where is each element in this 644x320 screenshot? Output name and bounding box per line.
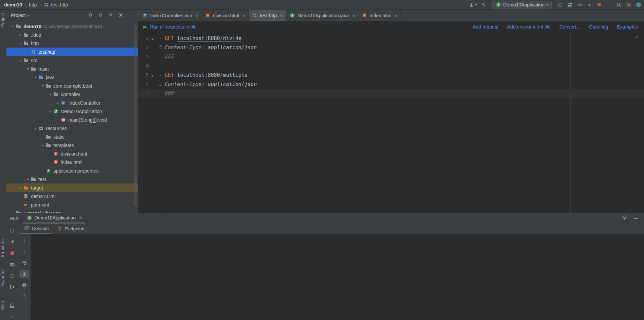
tree-item-demo10[interactable]: ▾demo10D:\JavaProjects\boot\demo10 — [6, 22, 138, 31]
editor-tab-index.html[interactable]: index.html× — [358, 10, 401, 21]
tree-toggle-icon[interactable]: ▸ — [10, 211, 16, 213]
tree-item-http[interactable]: ▾http — [6, 39, 138, 48]
layout-button[interactable] — [8, 302, 16, 309]
close-icon[interactable]: × — [196, 13, 198, 18]
run-configuration-selector[interactable]: Demo10Application▾ — [492, 1, 552, 8]
more-button[interactable]: » — [8, 314, 16, 320]
tree-toggle-icon[interactable]: ▾ — [40, 84, 46, 88]
link-add-environment-file[interactable]: Add environment file — [507, 24, 551, 30]
profiler-button[interactable] — [577, 2, 583, 7]
search-everywhere-button[interactable] — [616, 2, 622, 7]
settings-button[interactable] — [626, 2, 631, 7]
rerun-button[interactable] — [557, 2, 563, 7]
tree-item-test.http[interactable]: test.http — [6, 48, 138, 56]
code-editor[interactable]: 1▶▾GET localhost:8080/divide2Content-Typ… — [138, 32, 644, 213]
editor-tab-test.http[interactable]: test.http× — [249, 10, 286, 21]
trash-button[interactable] — [21, 292, 28, 300]
wrap-button[interactable] — [21, 259, 28, 266]
tree-toggle-icon[interactable]: ▾ — [48, 109, 53, 113]
close-icon[interactable]: × — [280, 13, 283, 18]
tree-item-external-libraries[interactable]: ▸External Libraries — [6, 209, 138, 213]
project-scrollbar[interactable] — [134, 24, 137, 206]
minus-button[interactable]: — — [633, 215, 639, 221]
console-output[interactable] — [31, 234, 644, 320]
tree-item-java[interactable]: ▾java — [6, 73, 138, 82]
close-icon[interactable]: × — [395, 13, 397, 18]
tree-toggle-icon[interactable]: ▾ — [33, 75, 38, 79]
editor-tab-demo10application.java[interactable]: Demo10Application.java× — [286, 10, 358, 21]
minus-button[interactable]: — — [128, 13, 134, 18]
up-button[interactable]: ↑ — [21, 236, 28, 244]
stop-button[interactable] — [596, 2, 602, 7]
gear-button[interactable] — [118, 12, 124, 19]
locate-button[interactable] — [87, 12, 93, 19]
tree-item-static[interactable]: static — [6, 132, 138, 141]
wrench-button[interactable] — [8, 238, 16, 245]
editor-tab-division.html[interactable]: division.html× — [202, 10, 249, 21]
tree-toggle-icon[interactable]: ▾ — [40, 143, 46, 147]
avatar-button[interactable] — [636, 2, 641, 7]
link-add-request[interactable]: Add request — [473, 24, 499, 30]
expand-button[interactable] — [108, 12, 113, 19]
tree-toggle-icon[interactable]: ▸ — [55, 101, 60, 105]
tree-item-division.html[interactable]: division.html — [6, 149, 138, 158]
tree-item-templates[interactable]: ▾templates — [6, 141, 138, 149]
gear-button[interactable] — [622, 215, 627, 222]
tree-item-com.example.boot[interactable]: ▾com.example.boot — [6, 82, 138, 90]
stripe-structure[interactable]: Structure — [0, 239, 5, 257]
run-tab-console[interactable]: Console — [20, 224, 52, 234]
stripe-favorites[interactable]: Favorites — [0, 268, 5, 287]
run-request-icon[interactable]: ▶ — [152, 74, 154, 77]
collapse-button[interactable] — [97, 12, 103, 19]
down-button[interactable]: ↓ — [21, 248, 28, 255]
run-request-icon[interactable]: ▶ — [152, 37, 154, 41]
tree-toggle-icon[interactable]: ▾ — [10, 24, 16, 28]
link-open-log[interactable]: Open log — [589, 24, 608, 30]
tree-item-main[interactable]: ▾main — [6, 65, 138, 73]
run-tab-demo10application[interactable]: Demo10Application× — [23, 213, 86, 224]
printer-button[interactable] — [21, 281, 28, 289]
camera-button[interactable] — [8, 261, 16, 268]
link-convert...[interactable]: Convert... — [559, 24, 580, 30]
stripe-project[interactable]: Project — [0, 13, 5, 27]
rerun-button[interactable] — [8, 227, 16, 234]
tree-item-test[interactable]: ▸test — [6, 175, 138, 183]
editor-tab-indexcontroller.java[interactable]: IndexController.java× — [139, 10, 202, 21]
close-icon[interactable]: × — [79, 215, 82, 220]
tree-item-demo10.iml[interactable]: demo10.iml — [6, 192, 138, 200]
tree-toggle-icon[interactable]: ▾ — [18, 41, 23, 45]
tree-item-src[interactable]: ▾src — [6, 56, 138, 65]
more-run-options-button[interactable]: ▾ — [587, 2, 592, 7]
scrollend-button[interactable] — [21, 270, 28, 278]
tree-toggle-icon[interactable]: ▸ — [18, 33, 23, 37]
exit-button[interactable] — [8, 283, 16, 290]
user-menu-button[interactable]: ▾ — [469, 2, 477, 7]
breadcrumb-demo10[interactable]: demo10 — [4, 2, 22, 7]
close-icon[interactable]: × — [243, 13, 245, 18]
tree-item-index.html[interactable]: index.html — [6, 158, 138, 166]
stripe-web[interactable]: Web — [0, 301, 5, 310]
tree-item-main-string-void[interactable]: main(String[]):void — [6, 115, 138, 124]
run-with-coverage-button[interactable] — [567, 2, 573, 7]
tree-item-controller[interactable]: ▾controller — [6, 90, 138, 99]
tree-toggle-icon[interactable]: ▸ — [18, 186, 23, 190]
project-view-selector[interactable]: Project ▾ — [11, 13, 30, 18]
breadcrumb-test.http[interactable]: test.http — [43, 2, 68, 7]
inspections-ok-icon[interactable]: ✔ — [635, 35, 638, 40]
tree-toggle-icon[interactable]: ▸ — [25, 177, 31, 181]
tree-toggle-icon[interactable]: ▾ — [25, 67, 31, 71]
update-button[interactable] — [8, 272, 16, 279]
tree-item-demo10application[interactable]: ▾Demo10Application — [6, 107, 138, 115]
run-all-requests-button[interactable]: ▶▶ Run all requests in file — [143, 24, 197, 30]
tree-toggle-icon[interactable]: ▾ — [48, 92, 53, 96]
tree-item-application.properties[interactable]: application.properties — [6, 166, 138, 175]
tree-item-.idea[interactable]: ▸.idea — [6, 31, 138, 39]
breadcrumb-http[interactable]: http — [29, 2, 37, 7]
close-icon[interactable]: × — [352, 13, 355, 18]
stop-button[interactable] — [8, 250, 16, 257]
tree-toggle-icon[interactable]: ▾ — [18, 58, 23, 62]
link-examples[interactable]: Examples — [617, 24, 638, 30]
tree-item-indexcontroller[interactable]: ▸IndexController — [6, 99, 138, 107]
run-tab-endpoints[interactable]: Endpoints — [54, 224, 89, 234]
tree-item-pom.xml[interactable]: pom.xml — [6, 200, 138, 209]
